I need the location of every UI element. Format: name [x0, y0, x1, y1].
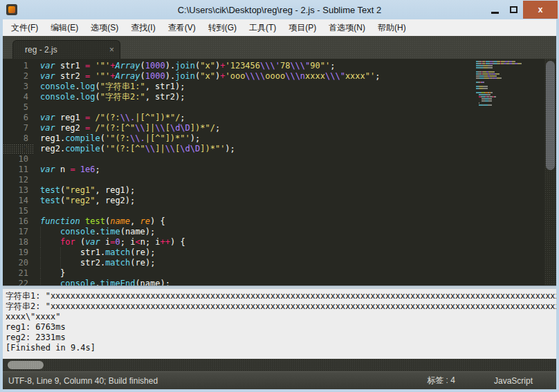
syntax-indicator[interactable]: JavaScript	[494, 376, 533, 386]
status-bar: UTF-8, Line 9, Column 40; Build finished…	[3, 371, 556, 389]
window-frame: 文件(F)编辑(E)选项(S)查找(I)查看(V)转到(G)工具(T)项目(P)…	[3, 19, 556, 389]
title-bar[interactable]: C:\Users\cik\Desktop\reg\reg - 2.js - Su…	[0, 0, 559, 19]
tab-label: reg - 2.js	[25, 45, 57, 55]
line-number: 4	[3, 92, 33, 102]
minimize-button[interactable]	[486, 1, 504, 19]
code-line[interactable]: 19 str1.match(re);	[3, 248, 556, 258]
vertical-scrollbar[interactable]	[544, 59, 556, 286]
maximize-button[interactable]	[504, 1, 523, 19]
code-lines: 1var str1 = '"'+Array(1000).join("x")+'1…	[3, 59, 556, 286]
line-number: 20	[3, 258, 33, 268]
line-number: 13	[3, 185, 33, 196]
line-number: 19	[3, 248, 33, 258]
line-number: 7	[3, 123, 33, 133]
code-line[interactable]: 13test("reg1", reg1);	[3, 185, 556, 196]
maximize-icon	[510, 6, 517, 13]
code-line[interactable]: 12	[3, 175, 556, 185]
line-number: 22	[3, 279, 33, 286]
code-line[interactable]: 4console.log("字符串2:", str2);	[3, 92, 556, 102]
horizontal-scrollbar-thumb[interactable]	[8, 361, 44, 369]
code-line[interactable]: 16function test(name, re) {	[3, 216, 556, 227]
menu-item[interactable]: 工具(T)	[243, 19, 282, 36]
menu-bar: 文件(F)编辑(E)选项(S)查找(I)查看(V)转到(G)工具(T)项目(P)…	[3, 19, 556, 36]
code-line[interactable]: 20 str2.match(re);	[3, 258, 556, 268]
line-number: 3	[3, 82, 33, 92]
menu-item[interactable]: 项目(P)	[282, 19, 322, 36]
line-number: 5	[3, 102, 33, 113]
menu-item[interactable]: 首选项(N)	[322, 19, 372, 36]
output-line: 字符串1: "xxxxxxxxxxxxxxxxxxxxxxxxxxxxxxxxx…	[6, 291, 556, 301]
output-line: xxxx\"xxxx"	[6, 312, 556, 322]
menu-item[interactable]: 帮助(H)	[372, 19, 412, 36]
window-controls: x	[486, 0, 559, 19]
output-line: reg2: 2331ms	[6, 333, 556, 343]
line-number: 6	[3, 113, 33, 123]
menu-item[interactable]: 选项(S)	[84, 19, 125, 36]
output-panel[interactable]: 字符串1: "xxxxxxxxxxxxxxxxxxxxxxxxxxxxxxxxx…	[3, 289, 556, 359]
minimap-line	[476, 90, 542, 91]
output-line: [Finished in 9.4s]	[6, 343, 556, 353]
minimap-line	[476, 86, 542, 87]
code-line[interactable]: 10	[3, 154, 556, 165]
editor[interactable]: 1var str1 = '"'+Array(1000).join("x")+'1…	[3, 59, 556, 286]
tab-size-indicator[interactable]: 标签 : 4	[427, 375, 455, 386]
tab-close-icon[interactable]: ×	[109, 46, 114, 54]
minimap-line	[476, 73, 542, 75]
code-line[interactable]: 7var reg2 = /"(?:[^"\\]|\\[\d\D])*"/;	[3, 123, 556, 133]
line-number: 21	[3, 268, 33, 279]
code-line[interactable]: 11var n = 1e6;	[3, 165, 556, 175]
code-line[interactable]: 9reg2.compile('"(?:[^"\\]|\\[\d\D])*"');	[3, 144, 556, 154]
code-line[interactable]: 21 }	[3, 268, 556, 279]
line-number: 11	[3, 165, 33, 175]
menu-item[interactable]: 编辑(E)	[44, 19, 84, 36]
app-window: C:\Users\cik\Desktop\reg\reg - 2.js - Su…	[0, 0, 559, 392]
line-number: 16	[3, 216, 33, 227]
tab-bar: reg - 2.js ×	[3, 36, 556, 59]
minimap[interactable]	[476, 61, 542, 106]
code-line[interactable]: 6var reg1 = /"(?:\\.|[^"])*"/;	[3, 113, 556, 123]
output-line: 字符串2: "xxxxxxxxxxxxxxxxxxxxxxxxxxxxxxxxx…	[6, 301, 556, 312]
line-number: 18	[3, 237, 33, 248]
menu-item[interactable]: 查看(V)	[162, 19, 202, 36]
code-line[interactable]: 2var str2 = '"'+Array(1000).join("x")+'o…	[3, 71, 556, 82]
horizontal-scrollbar[interactable]	[3, 359, 556, 371]
code-line[interactable]: 17 console.time(name);	[3, 227, 556, 237]
vertical-scrollbar-thumb[interactable]	[546, 61, 555, 170]
code-line[interactable]: 22 console.timeEnd(name);	[3, 279, 556, 286]
code-line[interactable]: 5	[3, 102, 556, 113]
minimap-line	[476, 94, 542, 95]
menu-item[interactable]: 转到(G)	[202, 19, 243, 36]
minimap-line	[476, 82, 542, 83]
close-icon: x	[538, 5, 543, 15]
minimap-line	[476, 63, 542, 64]
line-number: 14	[3, 196, 33, 206]
minimap-line	[476, 71, 542, 73]
minimap-line	[476, 92, 542, 93]
code-line[interactable]: 3console.log("字符串1:", str1);	[3, 82, 556, 92]
minimap-line	[476, 84, 542, 85]
tab-reg-2-js[interactable]: reg - 2.js ×	[12, 40, 120, 59]
code-line[interactable]: 1var str1 = '"'+Array(1000).join("x")+'1…	[3, 61, 556, 71]
menu-item[interactable]: 查找(I)	[125, 19, 161, 36]
code-line[interactable]: 14test("reg2", reg2);	[3, 196, 556, 206]
menu-item[interactable]: 文件(F)	[5, 19, 44, 36]
line-number: 8	[3, 133, 33, 144]
code-line[interactable]: 8reg1.compile('"(?:\\.|[^"])*"');	[3, 133, 556, 144]
minimap-line	[476, 65, 542, 66]
output-line: reg1: 6763ms	[6, 322, 556, 333]
code-line[interactable]: 18 for (var i=0; i<n; i++) {	[3, 237, 556, 248]
minimize-icon	[491, 12, 499, 14]
minimap-line	[476, 67, 542, 68]
minimap-line	[476, 88, 542, 89]
line-number: 2	[3, 71, 33, 82]
minimap-line	[476, 77, 542, 79]
minimap-line	[476, 96, 542, 97]
close-button[interactable]: x	[523, 1, 558, 19]
line-number: 10	[3, 154, 33, 165]
minimap-line	[476, 75, 542, 77]
minimap-line	[476, 61, 542, 62]
line-number: 12	[3, 175, 33, 185]
code-line[interactable]: 15	[3, 206, 556, 216]
line-number: 1	[3, 61, 33, 71]
minimap-line	[476, 98, 542, 100]
